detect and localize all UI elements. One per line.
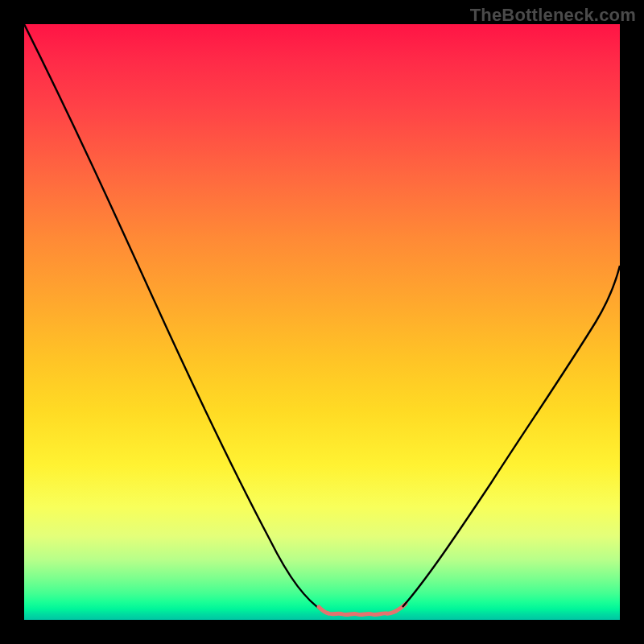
left-branch-path: [24, 24, 324, 612]
chart-frame: TheBottleneck.com: [0, 0, 644, 644]
plot-area: [24, 24, 620, 620]
bottom-segment-path: [328, 611, 396, 615]
curve-layer: [24, 24, 620, 620]
right-branch-path: [402, 266, 620, 607]
watermark-text: TheBottleneck.com: [470, 5, 636, 26]
